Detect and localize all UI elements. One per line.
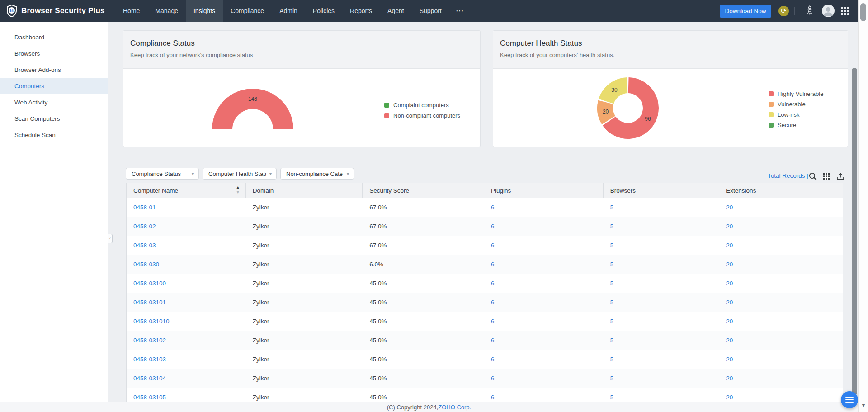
browsers-count-link[interactable]: 5: [610, 204, 614, 211]
outer-scrollbar[interactable]: ▼: [858, 0, 868, 412]
extensions-count-link[interactable]: 20: [726, 356, 733, 363]
sidebar-item-computers[interactable]: Computers: [0, 78, 108, 94]
plugins-count-link[interactable]: 6: [491, 261, 495, 268]
nav-item-support[interactable]: Support: [412, 0, 449, 22]
health-card: Computer Health Status Keep track of you…: [493, 30, 848, 147]
cell-score: 67.0%: [363, 198, 484, 217]
brand[interactable]: B Browser Security Plus: [6, 0, 105, 22]
extensions-count-link[interactable]: 20: [726, 204, 733, 211]
plugins-count-link[interactable]: 6: [491, 299, 495, 306]
computer-name-link[interactable]: 0458-03101: [133, 299, 166, 306]
column-header-computer-name[interactable]: Computer Name▲▼: [127, 183, 246, 198]
extensions-count-link[interactable]: 20: [726, 223, 733, 230]
sync-status-icon[interactable]: ⟳: [778, 6, 789, 16]
plugins-count-link[interactable]: 6: [491, 242, 495, 249]
sidebar-item-web-activity[interactable]: Web Activity: [0, 94, 108, 110]
computer-name-link[interactable]: 0458-03105: [133, 394, 166, 401]
export-icon[interactable]: [836, 172, 844, 180]
sidebar-item-schedule-scan[interactable]: Schedule Scan: [0, 127, 108, 143]
computer-name-link[interactable]: 0458-03103: [133, 356, 166, 363]
filter-dropdown-non-compliance-categ[interactable]: Non-compliance Categ...▾: [280, 168, 354, 180]
nav-item-compliance[interactable]: Compliance: [223, 0, 272, 22]
sidebar-item-browser-add-ons[interactable]: Browser Add-ons: [0, 62, 108, 78]
column-header-security-score[interactable]: Security Score: [363, 183, 484, 198]
plugins-count-link[interactable]: 6: [491, 356, 495, 363]
sidebar-item-browsers[interactable]: Browsers: [0, 45, 108, 62]
browsers-count-link[interactable]: 5: [610, 318, 614, 325]
table-view-icon[interactable]: [822, 172, 830, 180]
extensions-count-link[interactable]: 20: [726, 299, 733, 306]
nav-item-home[interactable]: Home: [115, 0, 147, 22]
sidebar-collapse-handle[interactable]: ‹: [108, 234, 113, 243]
extensions-count-link[interactable]: 20: [726, 375, 733, 382]
computer-name-link[interactable]: 0458-030: [133, 261, 159, 268]
column-header-domain[interactable]: Domain: [246, 183, 363, 198]
browsers-count-link[interactable]: 5: [610, 280, 614, 287]
column-header-extensions[interactable]: Extensions: [719, 183, 843, 198]
legend-item-low-risk: Low-risk: [769, 111, 823, 118]
total-records-link[interactable]: Total Records |: [768, 172, 808, 179]
computer-name-link[interactable]: 0458-031010: [133, 318, 170, 325]
column-header-plugins[interactable]: Plugins: [484, 183, 604, 198]
chart-segment-non-compliant-computers[interactable]: [212, 89, 293, 129]
extensions-count-link[interactable]: 20: [726, 394, 733, 401]
filter-dropdown-computer-health-status[interactable]: Computer Health Status▾: [203, 168, 277, 180]
scrollbar-down-arrow[interactable]: ▼: [859, 403, 868, 408]
cell-extensions: 20: [719, 198, 843, 217]
plugins-count-link[interactable]: 6: [491, 337, 495, 344]
browsers-count-link[interactable]: 5: [610, 299, 614, 306]
nav-item-more[interactable]: ⋯: [449, 0, 471, 22]
computer-name-link[interactable]: 0458-03102: [133, 337, 166, 344]
nav-item-agent[interactable]: Agent: [380, 0, 412, 22]
nav-item-policies[interactable]: Policies: [305, 0, 342, 22]
browsers-count-link[interactable]: 5: [610, 337, 614, 344]
extensions-count-link[interactable]: 20: [726, 337, 733, 344]
page: B Browser Security Plus HomeManageInsigh…: [0, 0, 868, 412]
plugins-count-link[interactable]: 6: [491, 375, 495, 382]
browsers-count-link[interactable]: 5: [610, 261, 614, 268]
extensions-count-link[interactable]: 20: [726, 318, 733, 325]
sidebar-item-dashboard[interactable]: Dashboard: [0, 29, 108, 45]
legend-item-secure: Secure: [769, 122, 823, 128]
cell-name: 0458-03102: [127, 331, 246, 350]
browsers-count-link[interactable]: 5: [610, 242, 614, 249]
column-header-browsers[interactable]: Browsers: [604, 183, 720, 198]
legend-item-vulnerable: Vulnerable: [769, 101, 823, 108]
nav-item-insights[interactable]: Insights: [186, 0, 223, 22]
filter-dropdown-compliance-status[interactable]: Compliance Status▾: [126, 168, 199, 180]
outer-scrollbar-thumb[interactable]: [860, 3, 866, 21]
plugins-count-link[interactable]: 6: [491, 223, 495, 230]
computer-name-link[interactable]: 0458-03104: [133, 375, 166, 382]
user-avatar[interactable]: [822, 5, 835, 17]
browsers-count-link[interactable]: 5: [610, 223, 614, 230]
browsers-count-link[interactable]: 5: [610, 356, 614, 363]
plugins-count-link[interactable]: 6: [491, 318, 495, 325]
download-now-button[interactable]: Download Now: [720, 5, 771, 18]
nav-item-manage[interactable]: Manage: [147, 0, 186, 22]
extensions-count-link[interactable]: 20: [726, 280, 733, 287]
apps-grid-icon[interactable]: [841, 7, 849, 15]
browsers-count-link[interactable]: 5: [610, 394, 614, 401]
rocket-icon[interactable]: [804, 5, 815, 17]
browsers-count-link[interactable]: 5: [610, 375, 614, 382]
computer-name-link[interactable]: 0458-03100: [133, 280, 166, 287]
plugins-count-link[interactable]: 6: [491, 394, 495, 401]
sort-icons[interactable]: ▲▼: [236, 185, 240, 195]
nav-item-reports[interactable]: Reports: [342, 0, 380, 22]
computer-name-link[interactable]: 0458-03: [133, 242, 156, 249]
plugins-count-link[interactable]: 6: [491, 280, 495, 287]
computer-name-link[interactable]: 0458-02: [133, 223, 156, 230]
search-icon[interactable]: [809, 172, 817, 180]
extensions-count-link[interactable]: 20: [726, 261, 733, 268]
legend-swatch: [769, 112, 774, 117]
sidebar-item-scan-computers[interactable]: Scan Computers: [0, 110, 108, 127]
fab-menu-button[interactable]: [841, 391, 858, 408]
zoho-link[interactable]: ZOHO Corp.: [438, 404, 471, 411]
plugins-count-link[interactable]: 6: [491, 204, 495, 211]
extensions-count-link[interactable]: 20: [726, 242, 733, 249]
legend-label: Highly Vulnerable: [778, 90, 823, 97]
nav-item-admin[interactable]: Admin: [272, 0, 305, 22]
inner-scrollbar-thumb[interactable]: [852, 68, 857, 395]
chevron-down-icon: ▾: [192, 171, 194, 176]
computer-name-link[interactable]: 0458-01: [133, 204, 156, 211]
